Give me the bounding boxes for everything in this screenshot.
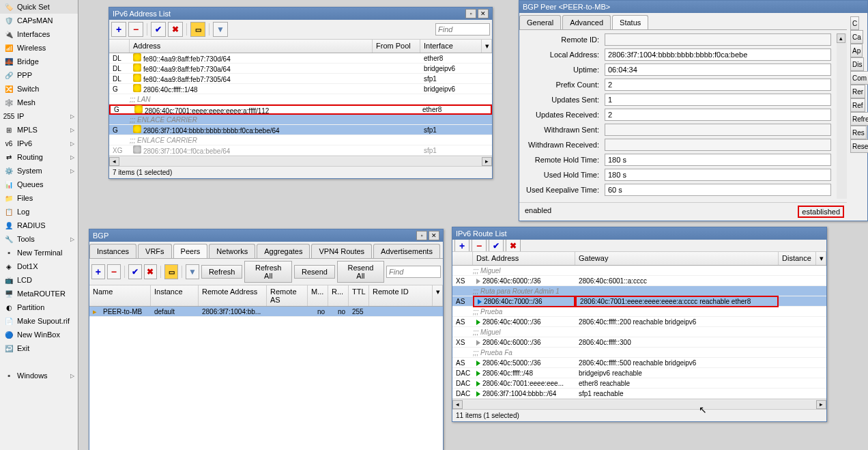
sidebar-item[interactable]: 🕸️Mesh — [0, 96, 78, 109]
table-row[interactable]: G2806:40c:7001:eeee:eeee:eeee:a:ffff/112… — [109, 104, 492, 115]
bgp-peer-row[interactable]: ▸ PEER-to-MB default 2806:3f7:1004:bb...… — [89, 307, 443, 317]
table-row[interactable]: ;;; Miguel — [452, 266, 826, 276]
scroll-right-icon[interactable]: ▸ — [816, 400, 826, 409]
title-bar[interactable]: BGP Peer <PEER-to-MB> — [519, 1, 867, 13]
hscroll[interactable]: ◂ ▸ — [452, 399, 826, 409]
column-header[interactable]: Remote Address — [199, 285, 267, 306]
table-row[interactable]: DAC2806:40c:ffff::/48bridgeipv6 reachabl… — [452, 368, 826, 378]
sidebar-item[interactable]: 🔀Switch — [0, 82, 78, 96]
filter-button[interactable]: ▼ — [186, 264, 199, 279]
sidebar-item[interactable]: 🛡️CAPsMAN — [0, 14, 78, 27]
title-bar[interactable]: BGP ▫ ✕ — [89, 229, 443, 242]
scroll-right-icon[interactable]: ▸ — [482, 157, 492, 166]
sidebar-item[interactable]: 255IP▷ — [0, 109, 78, 123]
table-row[interactable]: ;;; ENLACE CARRIER — [109, 115, 492, 125]
table-row[interactable]: ;;; Prueba Fa — [452, 348, 826, 358]
table-row[interactable]: G2806:3f7:1004:bbbb:bbbb:bbbb:f0ca:bebe/… — [109, 125, 492, 135]
col-from-pool[interactable]: From Pool — [373, 40, 420, 53]
tab[interactable]: Advertisements — [373, 244, 440, 258]
table-row[interactable]: G2806:40c:ffff::1/48bridgeipv6 — [109, 84, 492, 94]
sidebar-item[interactable]: 📁Files — [0, 191, 78, 205]
tab[interactable]: Advanced — [562, 15, 611, 29]
tab[interactable]: Peers — [173, 244, 208, 258]
table-row[interactable]: DAC2806:40c:7001:eeee:eee...ether8 reach… — [452, 378, 826, 389]
col-dropdown[interactable]: ▾ — [482, 40, 492, 53]
column-header[interactable]: M... — [308, 285, 328, 306]
sidebar-item[interactable]: ◈Dot1X — [0, 259, 78, 273]
col-dropdown[interactable]: ▾ — [816, 252, 826, 265]
find-input[interactable] — [386, 266, 441, 278]
remove-button[interactable]: − — [107, 264, 121, 279]
minimize-button[interactable]: ▫ — [465, 9, 476, 18]
enable-button[interactable]: ✔ — [489, 240, 504, 252]
close-button[interactable]: ✕ — [429, 231, 439, 240]
column-header[interactable]: Remote ID — [369, 285, 433, 306]
sidebar-item[interactable]: ▪️New Terminal — [0, 246, 78, 259]
action-button[interactable]: Refre — [850, 112, 868, 126]
action-button[interactable]: Rese — [850, 139, 868, 153]
sidebar-item[interactable]: ⊞MPLS▷ — [0, 123, 78, 137]
col-address[interactable]: Address — [130, 40, 373, 53]
sidebar-item[interactable]: 🔵New WinBox — [0, 328, 78, 341]
tab[interactable]: VRFs — [138, 244, 172, 258]
find-input[interactable] — [435, 23, 490, 36]
enable-button[interactable]: ✔ — [151, 22, 166, 37]
refresh-button[interactable]: Refresh — [201, 265, 243, 279]
table-row[interactable]: DLfe80::4aa9:8aff:feb7:7305/64sfp1 — [109, 74, 492, 84]
action-button[interactable]: Rer — [850, 85, 865, 98]
sidebar-item[interactable]: 🔗PPP — [0, 68, 78, 82]
tab[interactable]: Aggregates — [257, 244, 310, 258]
table-row[interactable]: AS2806:40c:5000::/362806:40c:ffff::500 r… — [452, 358, 826, 368]
action-button[interactable]: C — [850, 16, 859, 30]
sidebar-item[interactable] — [0, 355, 78, 369]
sidebar-item[interactable]: 🔌Interfaces — [0, 27, 78, 41]
scroll-up-icon[interactable]: ▴ — [837, 33, 845, 43]
col-interface[interactable]: Interface — [420, 40, 482, 53]
action-button[interactable]: Ap — [850, 44, 863, 57]
sidebar-item[interactable]: 🖥️MetaROUTER — [0, 287, 78, 300]
resend-button[interactable]: Resend — [294, 265, 335, 279]
tab[interactable]: General — [519, 15, 561, 29]
scroll-left-icon[interactable]: ◂ — [109, 157, 119, 166]
add-button[interactable]: + — [91, 264, 105, 279]
col-distance[interactable]: Distance — [779, 252, 816, 265]
table-row[interactable]: ;;; Prueba — [452, 307, 826, 317]
action-button[interactable]: Ref — [850, 98, 865, 112]
hscroll[interactable]: ◂ ▸ — [109, 156, 492, 166]
column-header[interactable]: R... — [328, 285, 349, 306]
filter-button[interactable]: ▼ — [213, 22, 228, 37]
table-row[interactable]: XG2806:3f7:1004::f0ca:bebe/64sfp1 — [109, 145, 492, 156]
action-button[interactable]: Com — [850, 71, 868, 85]
vscroll[interactable]: ▴ — [837, 33, 847, 199]
disable-button[interactable]: ✖ — [506, 240, 521, 252]
sidebar-item[interactable]: 📺LCD — [0, 273, 78, 287]
action-button[interactable]: Dis — [850, 57, 864, 71]
refresh-all-button[interactable]: Refresh All — [244, 261, 292, 283]
col-dst[interactable]: Dst. Address — [473, 252, 575, 265]
close-button[interactable]: ✕ — [478, 9, 489, 18]
table-row[interactable]: ;;; Miguel — [452, 327, 826, 337]
sidebar-item[interactable]: ▪️Windows▷ — [0, 369, 78, 382]
sidebar-item[interactable]: ⚙️System▷ — [0, 164, 78, 178]
sidebar-item[interactable]: 📊Queues — [0, 178, 78, 191]
column-header[interactable]: TTL — [349, 285, 369, 306]
tab[interactable]: Status — [612, 15, 648, 29]
action-button[interactable]: Ca — [850, 30, 863, 44]
sidebar-item[interactable]: 👤RADIUS — [0, 219, 78, 232]
disable-button[interactable]: ✖ — [144, 264, 158, 279]
column-header[interactable]: Remote AS — [267, 285, 308, 306]
sidebar-item[interactable]: 📋Log — [0, 205, 78, 219]
sidebar-item[interactable]: 🌉Bridge — [0, 55, 78, 68]
tab[interactable]: VPN4 Routes — [311, 244, 372, 258]
table-row[interactable]: AS2806:40c:7000::/362806:40c:7001:eeee:e… — [452, 296, 826, 307]
sidebar-item[interactable]: v6IPv6▷ — [0, 137, 78, 150]
title-bar[interactable]: IPv6 Route List — [452, 227, 826, 240]
sidebar-item[interactable]: ↩️Exit — [0, 341, 78, 355]
sidebar-item[interactable]: ⇄Routing▷ — [0, 150, 78, 164]
tab[interactable]: Networks — [209, 244, 255, 258]
table-row[interactable]: DAC2806:3f7:1004:bbbb::/64sfp1 reachable — [452, 389, 826, 399]
minimize-button[interactable]: ▫ — [416, 231, 427, 240]
table-row[interactable]: DLfe80::4aa9:8aff:feb7:730d/64ether8 — [109, 53, 492, 64]
table-row[interactable]: AS2806:40c:4000::/362806:40c:ffff::200 r… — [452, 317, 826, 327]
action-button[interactable]: Res — [850, 126, 867, 139]
